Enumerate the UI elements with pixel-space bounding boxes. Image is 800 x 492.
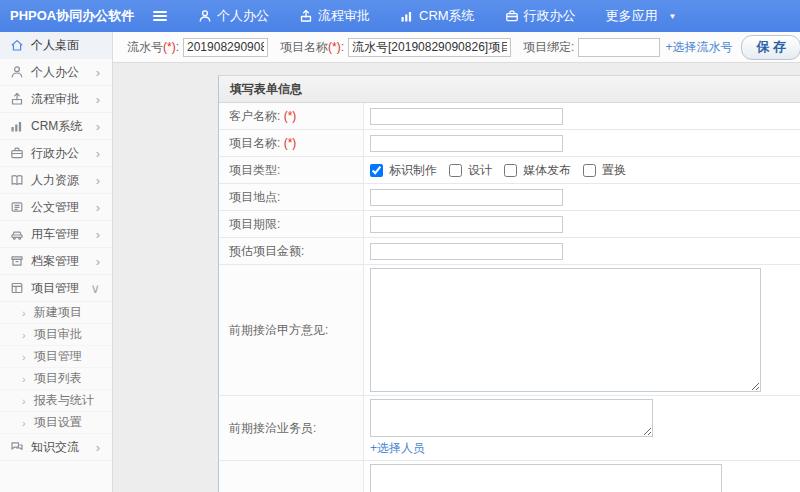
nav-more-apps[interactable]: 更多应用 ▼	[606, 7, 677, 25]
sidebar-subitem-label: 报表与统计	[34, 392, 94, 409]
project-duration-input[interactable]	[370, 216, 563, 233]
checkbox-replacement[interactable]	[583, 164, 596, 177]
serial-number-input[interactable]	[183, 38, 268, 57]
form-row-estimated-amount: 预估项目金额:	[219, 238, 800, 265]
archive-icon	[10, 254, 24, 268]
sidebar-item-workflow[interactable]: 流程审批 ›	[0, 86, 112, 113]
chart-icon	[400, 9, 414, 23]
project-name-field-input[interactable]	[370, 135, 563, 152]
field-label: 项目名称: (*)	[219, 130, 364, 156]
sidebar-item-vehicles[interactable]: 用车管理 ›	[0, 221, 112, 248]
document-icon	[10, 200, 24, 214]
sidebar-item-documents[interactable]: 公文管理 ›	[0, 194, 112, 221]
estimated-amount-input[interactable]	[370, 243, 563, 260]
top-navbar: PHPOA协同办公软件 个人办公 流程审批 CRM系统	[0, 0, 800, 32]
sidebar-item-label: 个人办公	[31, 64, 79, 81]
nav-label: CRM系统	[419, 7, 475, 25]
nav-workflow-approval[interactable]: 流程审批	[299, 7, 370, 25]
checkbox-design[interactable]	[449, 164, 462, 177]
sidebar-subitem-label: 项目设置	[34, 414, 82, 431]
serial-label: 流水号(*):	[127, 39, 179, 56]
app-logo: PHPOA协同办公软件	[0, 7, 118, 25]
chart-icon	[10, 119, 24, 133]
form-row-project-type: 项目类型: 标识制作 设计 媒体发布 置换	[219, 157, 800, 184]
field-label: 预估项目金额:	[219, 238, 364, 264]
required-mark: (*)	[284, 136, 297, 150]
project-bind-input[interactable]	[578, 38, 660, 57]
menu-toggle-button[interactable]	[152, 9, 168, 23]
field-label: 项目地点:	[219, 184, 364, 210]
required-mark: (*)	[328, 40, 341, 54]
checkbox-media-release[interactable]	[504, 164, 517, 177]
caret-down-icon: ▼	[669, 12, 677, 21]
save-button[interactable]: 保 存	[741, 35, 800, 60]
sidebar-item-hr[interactable]: 人力资源 ›	[0, 167, 112, 194]
chevron-right-icon: ›	[96, 93, 100, 106]
sidebar-item-label: 流程审批	[31, 91, 79, 108]
briefcase-icon	[505, 9, 519, 23]
sidebar-subitem-project-settings[interactable]: › 项目设置	[0, 412, 112, 434]
user-icon	[198, 9, 212, 23]
chevron-down-icon: ∨	[90, 282, 100, 295]
chevron-right-icon: ›	[96, 147, 100, 160]
checkbox-label[interactable]: 置换	[602, 162, 626, 179]
chevron-right-icon: ›	[96, 441, 100, 454]
select-person-link[interactable]: +选择人员	[370, 440, 425, 457]
nav-crm-system[interactable]: CRM系统	[400, 7, 475, 25]
form-row-customer-name: 客户名称: (*)	[219, 103, 800, 130]
nav-admin-office[interactable]: 行政办公	[505, 7, 576, 25]
project-bind-label: 项目绑定:	[523, 39, 574, 56]
checkbox-sign-making[interactable]	[370, 164, 383, 177]
nav-label: 个人办公	[217, 7, 269, 25]
sidebar-item-label: 人力资源	[31, 172, 79, 189]
sidebar-subitem-project-approval[interactable]: › 项目审批	[0, 324, 112, 346]
nav-label: 更多应用	[606, 7, 658, 25]
sidebar-item-label: CRM系统	[31, 118, 82, 135]
sidebar-item-desktop[interactable]: 个人桌面	[0, 32, 112, 59]
field-label: 前期接洽甲方意见:	[219, 265, 364, 395]
select-serial-link[interactable]: +选择流水号	[665, 39, 732, 56]
field-label: 前期接洽业务员:	[219, 396, 364, 460]
form-row-project-location: 项目地点:	[219, 184, 800, 211]
sidebar-item-label: 用车管理	[31, 226, 79, 243]
client-opinion-textarea[interactable]	[370, 268, 761, 392]
sidebar-subitem-new-project[interactable]: › 新建项目	[0, 302, 112, 324]
sidebar-subitem-project-management[interactable]: › 项目管理	[0, 346, 112, 368]
form-row-extra	[219, 461, 800, 492]
project-location-input[interactable]	[370, 189, 563, 206]
sidebar-item-label: 知识交流	[31, 439, 79, 456]
sidebar-item-admin-office[interactable]: 行政办公 ›	[0, 140, 112, 167]
chevron-right-icon: ›	[96, 120, 100, 133]
chevron-right-icon: ›	[22, 373, 26, 385]
project-name-input[interactable]	[348, 38, 511, 57]
field-label: 项目期限:	[219, 211, 364, 237]
checkbox-label[interactable]: 媒体发布	[523, 162, 571, 179]
required-mark: (*)	[284, 109, 297, 123]
chevron-right-icon: ›	[22, 395, 26, 407]
checkbox-label[interactable]: 设计	[468, 162, 492, 179]
chevron-right-icon: ›	[22, 307, 26, 319]
chevron-right-icon: ›	[96, 201, 100, 214]
chevron-right-icon: ›	[96, 66, 100, 79]
sidebar-subitem-reports-stats[interactable]: › 报表与统计	[0, 390, 112, 412]
form-row-client-opinion: 前期接洽甲方意见:	[219, 265, 800, 396]
sidebar-item-personal-office[interactable]: 个人办公 ›	[0, 59, 112, 86]
sidebar-item-crm[interactable]: CRM系统 ›	[0, 113, 112, 140]
salesperson-textarea	[370, 399, 653, 437]
form-row-project-name: 项目名称: (*)	[219, 130, 800, 157]
checkbox-label[interactable]: 标识制作	[389, 162, 437, 179]
customer-name-input[interactable]	[370, 108, 563, 125]
hamburger-icon	[152, 9, 168, 23]
flow-icon	[10, 92, 24, 106]
sidebar-item-knowledge[interactable]: 知识交流 ›	[0, 434, 112, 461]
sidebar-item-projects[interactable]: 项目管理 ∨	[0, 275, 112, 302]
sidebar-subitem-project-list[interactable]: › 项目列表	[0, 368, 112, 390]
extra-textarea[interactable]	[370, 464, 722, 492]
sidebar-item-archives[interactable]: 档案管理 ›	[0, 248, 112, 275]
sidebar-subitem-label: 项目管理	[34, 348, 82, 365]
chevron-right-icon: ›	[22, 417, 26, 429]
chevron-right-icon: ›	[22, 351, 26, 363]
project-name-label: 项目名称(*):	[280, 39, 344, 56]
project-icon	[10, 281, 24, 295]
nav-personal-office[interactable]: 个人办公	[198, 7, 269, 25]
